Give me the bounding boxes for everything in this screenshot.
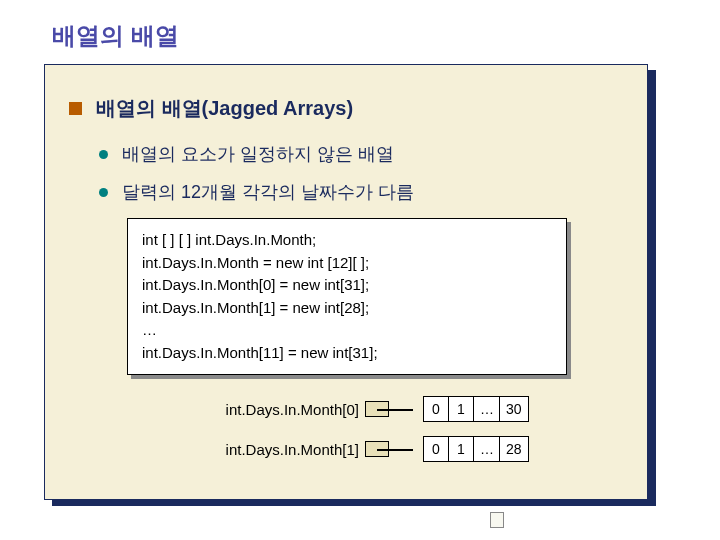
code-block: int [ ] [ ] int.Days.In.Month; int.Days.… — [127, 218, 567, 375]
code-block-wrap: int [ ] [ ] int.Days.In.Month; int.Days.… — [127, 218, 567, 375]
code-line: int.Days.In.Month[11] = new int[31]; — [142, 342, 552, 365]
pointer-line-icon — [377, 409, 413, 411]
cells-row-0: 0 1 … 30 — [423, 396, 529, 422]
cells-row-1: 0 1 … 28 — [423, 436, 529, 462]
cell: 1 — [448, 396, 474, 422]
page-icon — [490, 512, 504, 528]
array-label-0: int.Days.In.Month[0] — [179, 401, 359, 418]
code-line: int.Days.In.Month[0] = new int[31]; — [142, 274, 552, 297]
array-diagram: int.Days.In.Month[0] 0 1 … 30 int.Days.I… — [179, 393, 623, 465]
cell: 0 — [423, 396, 449, 422]
cell: 0 — [423, 436, 449, 462]
heading-text: 배열의 배열(Jagged Arrays) — [96, 95, 353, 122]
pointer-line-icon — [377, 449, 413, 451]
cell: 28 — [499, 436, 529, 462]
diagram-row-0: int.Days.In.Month[0] 0 1 … 30 — [179, 393, 623, 425]
dot-bullet-icon — [99, 150, 108, 159]
array-label-1: int.Days.In.Month[1] — [179, 441, 359, 458]
content-panel: 배열의 배열(Jagged Arrays) 배열의 요소가 일정하지 않은 배열… — [44, 64, 648, 500]
cell-ellipsis: … — [473, 436, 500, 462]
pointer-connector — [365, 399, 413, 419]
square-bullet-icon — [69, 102, 82, 115]
bullet-text-0: 배열의 요소가 일정하지 않은 배열 — [122, 142, 394, 166]
bullet-row-0: 배열의 요소가 일정하지 않은 배열 — [99, 142, 623, 166]
diagram-row-1: int.Days.In.Month[1] 0 1 … 28 — [179, 433, 623, 465]
code-line: … — [142, 319, 552, 342]
code-line: int.Days.In.Month[1] = new int[28]; — [142, 297, 552, 320]
dot-bullet-icon — [99, 188, 108, 197]
cell-ellipsis: … — [473, 396, 500, 422]
bullet-text-1: 달력의 12개월 각각의 날짜수가 다름 — [122, 180, 414, 204]
code-line: int.Days.In.Month = new int [12][ ]; — [142, 252, 552, 275]
cell: 1 — [448, 436, 474, 462]
heading-row: 배열의 배열(Jagged Arrays) — [69, 95, 623, 122]
code-line: int [ ] [ ] int.Days.In.Month; — [142, 229, 552, 252]
bullet-row-1: 달력의 12개월 각각의 날짜수가 다름 — [99, 180, 623, 204]
slide-title: 배열의 배열 — [52, 20, 179, 52]
cell: 30 — [499, 396, 529, 422]
pointer-connector — [365, 439, 413, 459]
